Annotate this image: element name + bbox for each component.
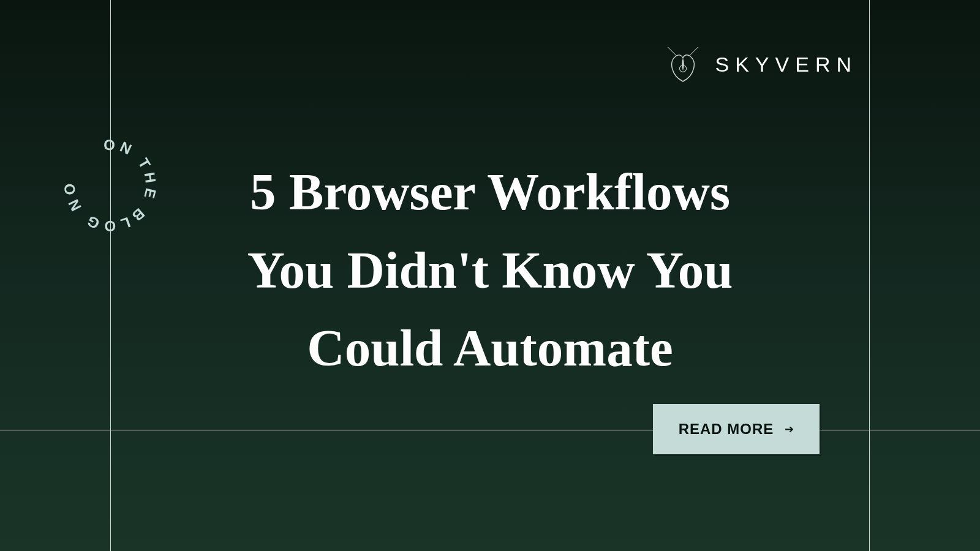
dragon-icon: [662, 43, 704, 86]
arrow-right-icon: ➔: [785, 422, 794, 436]
svg-text:ON THE BLOG NOW: ON THE BLOG NOW: [58, 133, 160, 235]
decorative-line-horizontal: [0, 430, 980, 430]
decorative-line-right: [869, 0, 870, 551]
blog-badge: ON THE BLOG NOW: [58, 133, 162, 238]
decorative-line-left: [110, 0, 111, 551]
page-title: 5 Browser Workflows You Didn't Know You …: [208, 153, 772, 388]
read-more-label: READ MORE: [679, 421, 774, 438]
read-more-button[interactable]: READ MORE ➔: [653, 404, 820, 454]
brand-logo: SKYVERN: [662, 43, 858, 86]
brand-name: SKYVERN: [715, 53, 858, 77]
